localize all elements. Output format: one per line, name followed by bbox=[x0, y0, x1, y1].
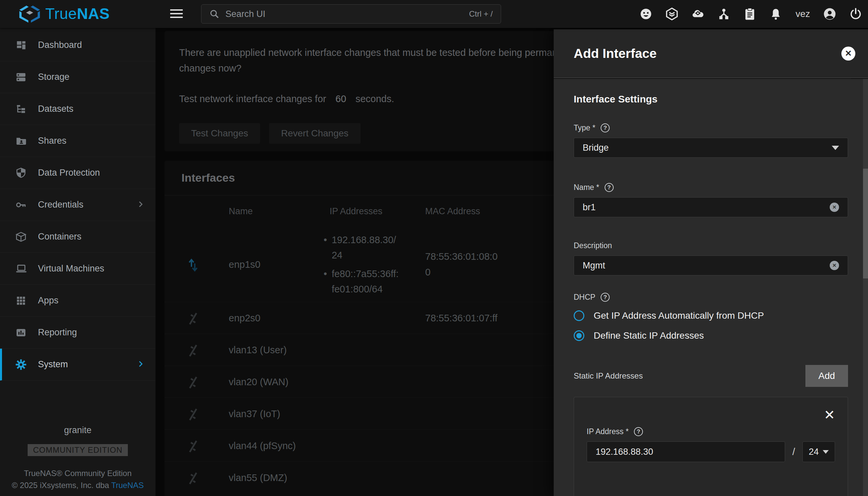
description-input[interactable] bbox=[583, 261, 830, 271]
interface-ip-list: 192.168.88.30/ 24 fe80::7a55:36ff: fe01:… bbox=[324, 232, 401, 297]
feedback-smiley-icon[interactable] bbox=[640, 7, 652, 20]
static-ip-entry-card: ✕ IP Address * ? / 24 bbox=[574, 397, 848, 496]
username-label: vez bbox=[795, 9, 810, 19]
link-off-icon bbox=[186, 407, 200, 420]
description-field[interactable]: ✕ bbox=[574, 255, 848, 276]
sidebar-item-label: Containers bbox=[38, 232, 81, 242]
duration-suffix: seconds. bbox=[356, 93, 394, 105]
help-icon[interactable]: ? bbox=[601, 293, 610, 302]
dhcp-label: DHCP bbox=[574, 293, 595, 302]
clear-icon[interactable]: ✕ bbox=[830, 203, 839, 212]
help-icon[interactable]: ? bbox=[634, 427, 643, 436]
sidebar-item-data-protection[interactable]: Data Protection bbox=[0, 157, 155, 189]
sidebar-item-label: Credentials bbox=[38, 200, 84, 210]
bar-chart-icon bbox=[15, 327, 27, 339]
jobs-network-icon[interactable] bbox=[718, 7, 730, 20]
sidebar-item-shares[interactable]: Shares bbox=[0, 125, 155, 157]
footer-product: TrueNAS® Community Edition bbox=[0, 469, 155, 478]
sidebar-item-label: Data Protection bbox=[38, 168, 100, 178]
laptop-icon bbox=[15, 263, 27, 275]
hostname-label: granite bbox=[0, 425, 155, 435]
column-header-ip: IP Addresses bbox=[330, 206, 383, 217]
global-search[interactable]: Ctrl + / bbox=[201, 4, 501, 24]
chevron-down-icon bbox=[832, 146, 839, 150]
close-icon[interactable]: ✕ bbox=[841, 47, 855, 61]
name-field[interactable]: ✕ bbox=[574, 197, 848, 217]
alerts-bell-icon[interactable] bbox=[769, 7, 782, 20]
interfaces-title: Interfaces bbox=[181, 171, 235, 184]
cidr-slash: / bbox=[792, 446, 795, 458]
sidebar-item-system[interactable]: System bbox=[0, 348, 155, 381]
search-input[interactable] bbox=[225, 9, 469, 19]
user-avatar-icon[interactable] bbox=[823, 7, 836, 20]
link-off-icon bbox=[186, 471, 200, 484]
truenas-app: TrueNAS Ctrl + / bbox=[0, 0, 868, 496]
clear-icon[interactable]: ✕ bbox=[830, 261, 839, 270]
duration-input[interactable] bbox=[326, 93, 356, 105]
netmask-select[interactable]: 24 bbox=[803, 441, 835, 462]
radio-dhcp-auto[interactable]: Get IP Address Automatically from DHCP bbox=[574, 310, 848, 321]
add-interface-panel: Add Interface ✕ Interface Settings Type … bbox=[554, 29, 868, 496]
tasks-clipboard-icon[interactable] bbox=[744, 7, 756, 20]
interface-name: vlan55 (DMZ) bbox=[229, 472, 287, 483]
name-input[interactable] bbox=[583, 202, 830, 213]
footer-copyright: © 2025 iXsystems, Inc. dba TrueNAS bbox=[0, 481, 155, 490]
ip-address-field[interactable] bbox=[587, 441, 785, 462]
apps-grid-icon bbox=[15, 295, 27, 307]
sidebar-item-label: Reporting bbox=[38, 327, 77, 338]
ip-address-input[interactable] bbox=[596, 447, 776, 457]
sidebar-item-label: Datasets bbox=[38, 104, 74, 114]
truenas-cube-icon bbox=[19, 4, 41, 23]
datasets-icon bbox=[15, 103, 27, 115]
dashboard-icon bbox=[15, 39, 27, 51]
panel-scrollbar[interactable] bbox=[863, 79, 868, 496]
sidebar-item-virtual-machines[interactable]: Virtual Machines bbox=[0, 253, 155, 285]
truenas-link[interactable]: TrueNAS bbox=[111, 481, 144, 490]
interface-name: vlan44 (pfSync) bbox=[229, 440, 296, 451]
sidebar: Dashboard Storage Datasets Shares Data P… bbox=[0, 28, 155, 496]
help-icon[interactable]: ? bbox=[605, 183, 614, 192]
remove-entry-x-icon[interactable]: ✕ bbox=[824, 407, 835, 422]
sidebar-item-datasets[interactable]: Datasets bbox=[0, 93, 155, 125]
link-off-icon bbox=[186, 439, 200, 452]
chevron-right-icon bbox=[136, 360, 145, 370]
ip-address: fe80::7a55:36ff: fe01:800/64 bbox=[332, 266, 399, 297]
sidebar-item-reporting[interactable]: Reporting bbox=[0, 317, 155, 348]
truecommand-icon[interactable] bbox=[665, 7, 678, 20]
search-shortcut-hint: Ctrl + / bbox=[469, 9, 493, 19]
revert-changes-button[interactable]: Revert Changes bbox=[269, 123, 360, 144]
sidebar-item-apps[interactable]: Apps bbox=[0, 285, 155, 317]
ip-address: 192.168.88.30/ 24 bbox=[332, 232, 396, 263]
scrollbar-thumb[interactable] bbox=[863, 169, 868, 278]
type-select[interactable]: Bridge bbox=[574, 138, 848, 158]
sidebar-item-label: Shares bbox=[38, 136, 66, 146]
test-changes-button[interactable]: Test Changes bbox=[179, 123, 260, 144]
menu-toggle-icon[interactable] bbox=[170, 8, 183, 19]
panel-body: Interface Settings Type * ? Bridge Name … bbox=[554, 79, 868, 496]
sidebar-item-credentials[interactable]: Credentials bbox=[0, 189, 155, 221]
sidebar-item-storage[interactable]: Storage bbox=[0, 61, 155, 93]
netmask-value: 24 bbox=[809, 447, 819, 457]
search-icon bbox=[209, 9, 220, 19]
link-off-icon bbox=[186, 375, 200, 389]
help-icon[interactable]: ? bbox=[601, 123, 610, 133]
truenas-logo[interactable]: TrueNAS bbox=[19, 4, 110, 23]
box-icon bbox=[15, 231, 27, 243]
radio-static-ip[interactable]: Define Static IP Addresses bbox=[574, 330, 848, 341]
sidebar-item-dashboard[interactable]: Dashboard bbox=[0, 29, 155, 61]
logo-text: TrueNAS bbox=[45, 5, 110, 22]
chevron-right-icon bbox=[136, 200, 145, 210]
section-title: Interface Settings bbox=[574, 93, 848, 105]
column-header-name: Name bbox=[229, 206, 253, 217]
radio-checked-icon bbox=[574, 330, 584, 341]
interface-name: vlan13 (User) bbox=[229, 344, 287, 355]
cloud-sync-icon[interactable] bbox=[691, 7, 704, 20]
interface-mac: 78:55:36:01:08:0 0 bbox=[425, 249, 508, 280]
add-static-ip-button[interactable]: Add bbox=[805, 365, 848, 387]
power-icon[interactable] bbox=[849, 7, 862, 20]
sidebar-item-containers[interactable]: Containers bbox=[0, 221, 155, 253]
interface-name: enp2s0 bbox=[229, 312, 260, 323]
key-icon bbox=[15, 199, 27, 211]
description-label: Description bbox=[574, 241, 612, 250]
radio-label: Get IP Address Automatically from DHCP bbox=[594, 310, 764, 321]
